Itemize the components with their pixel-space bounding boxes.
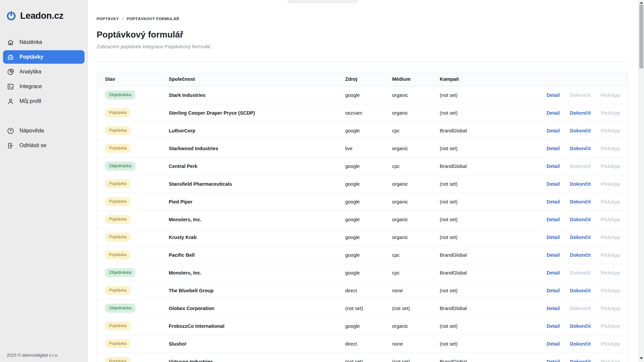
logo[interactable]: Leadon.cz xyxy=(0,9,88,23)
pickapp-link: PickApp xyxy=(601,128,620,133)
actions-cell: DetailDokončitPickApp xyxy=(520,317,628,335)
sidebar-item-analytika[interactable]: Analytika xyxy=(3,65,85,78)
medium-cell: organic xyxy=(391,139,439,157)
status-cell: Poptávka xyxy=(97,175,168,193)
detail-link[interactable]: Detail xyxy=(546,93,560,98)
detail-link[interactable]: Detail xyxy=(546,341,560,347)
detail-link[interactable]: Detail xyxy=(546,270,560,276)
source-cell: (not set) xyxy=(344,299,391,317)
column-header-zdroj: Zdroj xyxy=(344,72,391,86)
detail-link[interactable]: Detail xyxy=(546,252,560,258)
status-cell: Objednávka xyxy=(97,157,168,175)
actions-cell: DetailDokončitPickApp xyxy=(520,104,628,122)
detail-link[interactable]: Detail xyxy=(546,288,560,293)
complete-link[interactable]: Dokončit xyxy=(570,235,591,240)
table-row: PoptávkaLuthorCorpgooglecpcBrandGlobalDe… xyxy=(97,122,628,139)
scroll-down-icon[interactable] xyxy=(640,357,643,359)
detail-link[interactable]: Detail xyxy=(546,128,560,133)
status-badge: Poptávka xyxy=(105,233,130,242)
company-cell: Starkwood Industries xyxy=(168,139,344,157)
inquiries-table: Stav Společnost Zdroj Médium Kampaň Obje… xyxy=(97,72,628,362)
vertical-scrollbar[interactable] xyxy=(638,0,644,362)
complete-link[interactable]: Dokončit xyxy=(570,323,591,329)
detail-link[interactable]: Detail xyxy=(546,359,560,362)
sidebar-item-poptavky[interactable]: Poptávky xyxy=(3,50,85,64)
home-icon xyxy=(7,39,14,46)
pickapp-link: PickApp xyxy=(601,306,620,311)
table-header-row: Stav Společnost Zdroj Médium Kampaň xyxy=(97,72,628,86)
breadcrumb-poptavky[interactable]: POPTÁVKY xyxy=(97,17,119,21)
scrollbar-thumb[interactable] xyxy=(639,5,643,68)
breadcrumb-separator: / xyxy=(122,17,123,21)
sidebar-item-label: Nástěnka xyxy=(19,39,42,45)
status-cell: Poptávka xyxy=(97,104,168,122)
detail-link[interactable]: Detail xyxy=(546,306,560,311)
complete-link[interactable]: Dokončit xyxy=(570,181,591,187)
sidebar-item-label: Odhlásit se xyxy=(19,142,46,148)
column-header-stav: Stav xyxy=(97,72,168,86)
pickapp-link: PickApp xyxy=(601,110,620,116)
status-cell: Poptávka xyxy=(97,353,168,362)
campaign-cell: BrandGlobal xyxy=(439,299,520,317)
status-badge: Poptávka xyxy=(105,286,130,295)
sidebar-item-label: Nápověda xyxy=(19,128,44,134)
breadcrumb: POPTÁVKY / POPTÁVKOVÝ FORMULÁŘ xyxy=(97,0,628,21)
campaign-cell: (not set) xyxy=(439,175,520,193)
sidebar-item-nastenka[interactable]: Nástěnka xyxy=(3,36,85,49)
source-cell: google xyxy=(344,122,391,139)
source-cell: google xyxy=(344,193,391,210)
status-cell: Poptávka xyxy=(97,228,168,246)
detail-link[interactable]: Detail xyxy=(546,110,560,116)
pickapp-link: PickApp xyxy=(601,270,620,276)
actions-cell: DetailDokončitPickApp xyxy=(520,246,628,264)
status-badge: Poptávka xyxy=(105,197,130,206)
complete-link: Dokončit xyxy=(570,270,591,276)
detail-link[interactable]: Detail xyxy=(546,164,560,169)
table-row: ObjednávkaStark Industriesgoogleorganic(… xyxy=(97,86,628,104)
complete-link[interactable]: Dokončit xyxy=(570,288,591,293)
table-row: PoptávkaStarkwood Industriesliveorganic(… xyxy=(97,139,628,157)
actions-cell: DetailDokončitPickApp xyxy=(520,139,628,157)
complete-link[interactable]: Dokončit xyxy=(570,128,591,133)
complete-link[interactable]: Dokončit xyxy=(570,359,591,362)
user-icon xyxy=(7,98,14,105)
divider xyxy=(97,61,628,62)
detail-link[interactable]: Detail xyxy=(546,146,560,151)
complete-link[interactable]: Dokončit xyxy=(570,252,591,258)
complete-link[interactable]: Dokončit xyxy=(570,217,591,222)
detail-link[interactable]: Detail xyxy=(546,217,560,222)
status-cell: Poptávka xyxy=(97,139,168,157)
status-badge: Poptávka xyxy=(105,126,130,135)
complete-link[interactable]: Dokončit xyxy=(570,110,591,116)
detail-link[interactable]: Detail xyxy=(546,235,560,240)
complete-link[interactable]: Dokončit xyxy=(570,341,591,347)
source-cell: google xyxy=(344,86,391,104)
actions-cell: DetailDokončitPickApp xyxy=(520,157,628,175)
sidebar-item-napoveda[interactable]: Nápověda xyxy=(3,124,85,137)
campaign-cell: (not set) xyxy=(439,210,520,228)
campaign-cell: BrandGlobal xyxy=(439,246,520,264)
page-subtitle: Zobrazení poptávek integrace Poptávkový … xyxy=(97,44,628,49)
column-header-spolecnost: Společnost xyxy=(168,72,344,86)
detail-link[interactable]: Detail xyxy=(546,199,560,204)
sidebar-item-integrace[interactable]: Integrace xyxy=(3,80,85,93)
terminal-icon xyxy=(7,83,14,90)
source-cell: google xyxy=(344,264,391,282)
sidebar-item-odhlasit-se[interactable]: Odhlásit se xyxy=(3,139,85,152)
sidebar-item-muj-profil[interactable]: Můj profil xyxy=(3,95,85,108)
source-cell: google xyxy=(344,157,391,175)
detail-link[interactable]: Detail xyxy=(546,181,560,187)
sidebar-item-label: Poptávky xyxy=(19,54,43,60)
detail-link[interactable]: Detail xyxy=(546,323,560,329)
actions-cell: DetailDokončitPickApp xyxy=(520,210,628,228)
sidebar-item-label: Můj profil xyxy=(19,98,41,104)
table-row: PoptávkaMonsters, Inc.googleorganic(not … xyxy=(97,210,628,228)
copyright-text: 2023 © diamondigital s.r.o. xyxy=(0,353,88,362)
complete-link[interactable]: Dokončit xyxy=(570,199,591,204)
scroll-up-icon[interactable] xyxy=(640,2,643,4)
actions-cell: DetailDokončitPickApp xyxy=(520,175,628,193)
actions-cell: DetailDokončitPickApp xyxy=(520,193,628,210)
complete-link[interactable]: Dokončit xyxy=(570,146,591,151)
pickapp-link: PickApp xyxy=(601,199,620,204)
status-badge: Poptávka xyxy=(105,144,130,153)
